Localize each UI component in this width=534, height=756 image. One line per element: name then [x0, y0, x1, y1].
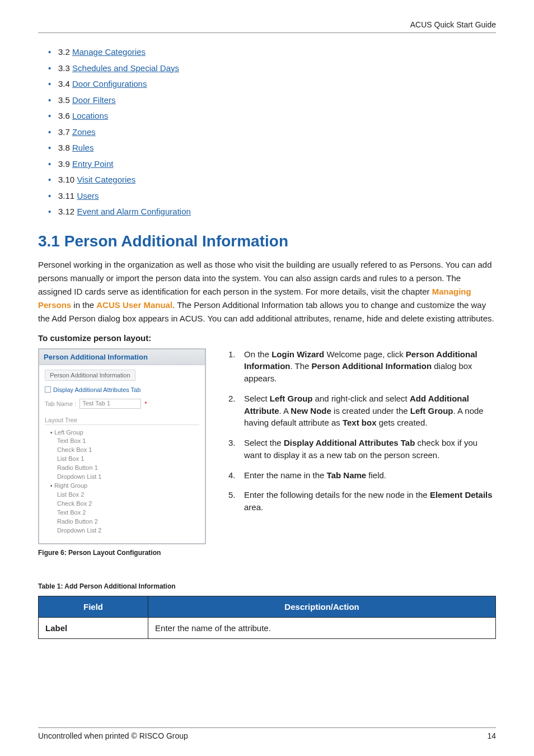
footer-left: Uncontrolled when printed © RISCO Group	[38, 731, 188, 740]
step-item: Select Left Group and right-click and se…	[228, 393, 496, 429]
tree-header: Layout Tree	[45, 414, 199, 425]
table-caption: Table 1: Add Person Additional Informati…	[38, 582, 496, 590]
toc-link[interactable]: Rules	[72, 143, 93, 152]
step-item: Enter the name in the Tab Name field.	[228, 469, 496, 482]
checkbox-icon	[45, 386, 51, 393]
toc-item: •3.5 Door Filters	[48, 92, 496, 109]
steps-list: On the Login Wizard Welcome page, click …	[228, 348, 496, 514]
figure-caption: Figure 6: Person Layout Configuration	[38, 549, 206, 557]
th-description: Description/Action	[148, 596, 496, 617]
display-attributes-checkbox-row: Display Additional Attributes Tab	[45, 386, 199, 393]
toc-link[interactable]: Zones	[72, 127, 96, 137]
toc-item: •3.10 Visit Categories	[48, 172, 496, 188]
page-header-title: ACUS Quick Start Guide	[38, 20, 496, 32]
td-field: Label	[39, 617, 148, 638]
tab-name-input: Test Tab 1	[79, 399, 141, 409]
required-star-icon: *	[144, 400, 147, 407]
toc-link[interactable]: Entry Point	[72, 159, 113, 169]
toc-link[interactable]: Door Configurations	[72, 79, 147, 88]
toc-item: •3.11 Users	[48, 188, 496, 204]
step-item: On the Login Wizard Welcome page, click …	[228, 348, 496, 385]
toc-link[interactable]: Event and Alarm Configuration	[77, 207, 190, 216]
toc-item: •3.6 Locations	[48, 108, 496, 124]
toc-link[interactable]: Schedules and Special Days	[72, 63, 179, 73]
subheading: To customize person layout:	[38, 333, 496, 343]
th-field: Field	[39, 596, 148, 617]
toc-item: •3.9 Entry Point	[48, 156, 496, 172]
toc-link[interactable]: Users	[77, 191, 99, 200]
toc-item: •3.12 Event and Alarm Configuration	[48, 204, 496, 220]
dialog-title: Person Additional Information	[39, 349, 205, 365]
dialog-screenshot: Person Additional Information Person Add…	[38, 348, 206, 544]
checkbox-label: Display Additional Attributes Tab	[53, 386, 140, 393]
step-item: Select the Display Additional Attributes…	[228, 437, 496, 461]
step-item: Enter the following details for the new …	[228, 489, 496, 514]
footer-divider	[38, 727, 496, 728]
dialog-tab: Person Additional Information	[45, 370, 135, 381]
toc-link[interactable]: Visit Categories	[77, 175, 135, 184]
link-acus-user-manual[interactable]: ACUS User Manual	[96, 300, 172, 310]
toc-list: •3.2 Manage Categories •3.3 Schedules an…	[38, 44, 496, 220]
toc-item: •3.2 Manage Categories	[48, 44, 496, 60]
layout-tree: ▪Left Group Text Box 1 Check Box 1 List …	[45, 425, 199, 535]
page-number: 14	[487, 731, 496, 740]
toc-link[interactable]: Door Filters	[72, 95, 116, 105]
td-description: Enter the name of the attribute.	[148, 617, 496, 638]
toc-item: •3.8 Rules	[48, 140, 496, 156]
section-body: Personel working in the organization as …	[38, 258, 496, 325]
toc-item: •3.4 Door Configurations	[48, 76, 496, 92]
toc-link[interactable]: Manage Categories	[72, 47, 146, 57]
header-divider	[38, 32, 496, 33]
expander-icon: ▪	[50, 429, 53, 436]
table-row: Label Enter the name of the attribute.	[39, 617, 496, 638]
section-heading: 3.1 Person Additional Information	[38, 232, 496, 250]
info-table: Field Description/Action Label Enter the…	[38, 596, 496, 639]
toc-link[interactable]: Locations	[72, 111, 108, 120]
tab-name-label: Tab Name :	[45, 400, 76, 407]
toc-item: •3.7 Zones	[48, 124, 496, 141]
expander-icon: ▪	[50, 482, 53, 489]
toc-item: •3.3 Schedules and Special Days	[48, 60, 496, 77]
